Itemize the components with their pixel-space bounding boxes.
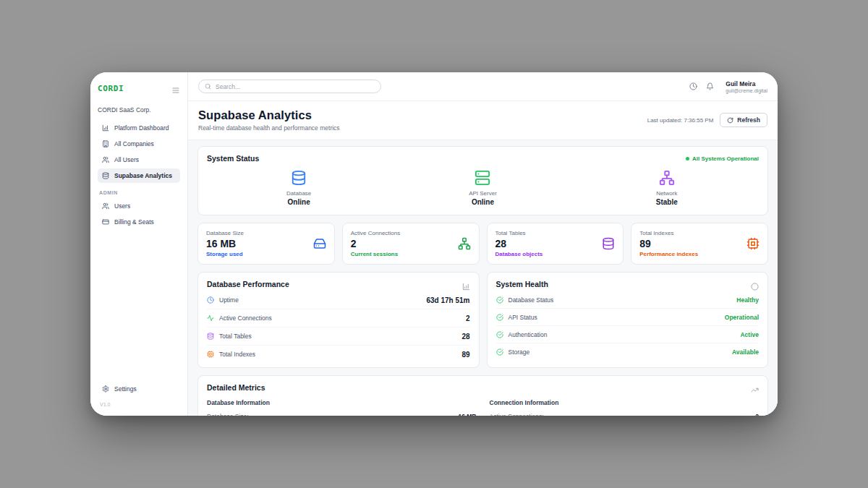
sidebar-nav: Platform Dashboard All Companies All Use… [98, 121, 180, 231]
performance-row-total-indexes: Total Indexes 89 [207, 346, 470, 363]
status-item-api-server: API Server Online [391, 170, 574, 206]
sidebar-item-platform-dashboard[interactable]: Platform Dashboard [98, 121, 180, 135]
metric-value: 28 [495, 238, 543, 249]
metric-label: Total Indexes [639, 230, 698, 236]
user-name: Guil Meira [726, 80, 767, 87]
credit-card-icon [102, 218, 109, 226]
clock-icon[interactable] [689, 82, 697, 90]
status-item-label: Database [286, 190, 311, 197]
last-updated: Last updated: 7:36:55 PM [647, 117, 714, 124]
metric-label: Total Tables [495, 230, 543, 236]
metric-card-total-tables: Total Tables 28 Database objects [487, 223, 624, 265]
page-subtitle: Real-time database health and performanc… [198, 124, 340, 132]
main-area: Guil Meira guil@creme.digital Supabase A… [188, 72, 778, 416]
row-value: Active [740, 331, 759, 338]
database-icon [602, 237, 615, 250]
row-label: Database Size: [207, 413, 249, 416]
metric-sublabel: Performance indexes [639, 251, 698, 257]
metric-sublabel: Database objects [495, 251, 543, 257]
refresh-button[interactable]: Refresh [720, 113, 767, 127]
bell-icon[interactable] [706, 82, 714, 90]
row-value: 16 MB [458, 413, 476, 416]
check-circle-icon [496, 314, 503, 321]
database-information-column: Database Information Database Size: 16 M… [207, 399, 477, 416]
card-title: Database Performance [207, 280, 289, 288]
status-item-value: Online [472, 198, 494, 206]
refresh-icon [727, 117, 733, 124]
menu-icon[interactable] [171, 85, 180, 93]
performance-row-uptime: Uptime 63d 17h 51m [207, 291, 470, 309]
check-circle-icon [496, 296, 503, 304]
row-value: 28 [461, 333, 469, 341]
check-circle-icon [496, 331, 503, 338]
search-box[interactable] [198, 80, 381, 93]
org-name: CORDI SaaS Corp. [98, 106, 180, 114]
sidebar-item-all-users[interactable]: All Users [98, 153, 180, 167]
gear-icon [102, 385, 109, 393]
sidebar-section-admin: ADMIN [99, 190, 180, 195]
server-icon [475, 170, 490, 186]
users-icon [102, 156, 109, 163]
topbar: Guil Meira guil@creme.digital [188, 72, 778, 101]
page-title: Supabase Analytics [198, 108, 340, 122]
sidebar-item-users[interactable]: Users [98, 199, 180, 213]
circle-icon [751, 281, 759, 288]
row-value: 63d 17h 51m [426, 296, 469, 304]
sidebar-item-label: Billing & Seats [114, 218, 154, 226]
brand-logo: CORDI [98, 84, 124, 93]
status-item-value: Stable [656, 198, 678, 206]
sidebar-item-label: All Companies [114, 140, 154, 147]
card-title: System Health [496, 280, 548, 288]
sidebar-item-label: Users [114, 202, 130, 210]
row-label: Authentication [509, 331, 548, 338]
status-item-network: Network Stable [575, 170, 759, 206]
row-value: 2 [466, 314, 470, 322]
sidebar-item-billing-seats[interactable]: Billing & Seats [98, 215, 180, 229]
performance-row-total-tables: Total Tables 28 [207, 328, 470, 346]
status-badge: All Systems Operational [686, 155, 759, 162]
status-item-label: Network [656, 190, 677, 197]
detailed-metrics-card: Detailed Metrics Database Information Da… [197, 375, 768, 416]
card-title: Detailed Metrics [207, 383, 265, 392]
sidebar-item-supabase-analytics[interactable]: Supabase Analytics [98, 168, 180, 183]
app-version: V1.0 [100, 402, 180, 407]
column-title: Database Information [207, 399, 477, 406]
status-dot-icon [686, 157, 689, 160]
system-status-card: System Status All Systems Operational Da… [197, 146, 768, 215]
trending-up-icon [751, 384, 759, 392]
network-icon [659, 170, 675, 186]
bar-chart-icon [462, 281, 470, 288]
check-circle-icon [496, 348, 503, 356]
metric-card-total-indexes: Total Indexes 89 Performance indexes [631, 223, 768, 265]
row-label: Database Status [509, 296, 554, 304]
cpu-icon [207, 351, 214, 358]
status-item-value: Online [288, 198, 310, 206]
hard-drive-icon [313, 237, 326, 250]
search-icon [205, 83, 211, 90]
user-menu[interactable]: Guil Meira guil@creme.digital [726, 80, 767, 93]
search-input[interactable] [216, 83, 375, 90]
metric-card-active-connections: Active Connections 2 Current sessions [342, 223, 480, 265]
building-icon [102, 140, 109, 147]
status-item-label: API Server [469, 190, 497, 197]
connection-information-column: Connection Information Active Connection… [490, 399, 760, 416]
clock-icon [207, 296, 214, 304]
metric-value: 89 [639, 238, 698, 249]
database-icon [291, 170, 307, 186]
metric-card-database-size: Database Size 16 MB Storage used [197, 223, 335, 265]
metric-value: 16 MB [206, 238, 244, 249]
sidebar-item-label: Settings [114, 385, 137, 393]
sidebar-item-all-companies[interactable]: All Companies [98, 137, 180, 151]
row-label: Storage [509, 348, 530, 356]
health-row-api-status: API Status Operational [496, 309, 760, 326]
health-row-database-status: Database Status Healthy [496, 291, 760, 309]
card-title: System Status [207, 154, 259, 163]
content: System Status All Systems Operational Da… [188, 140, 778, 416]
detail-row: Database Size: 16 MB [207, 413, 477, 416]
database-icon [207, 333, 214, 340]
row-label: API Status [509, 314, 537, 321]
row-label: Active Connections [219, 314, 272, 322]
sidebar-item-label: Platform Dashboard [114, 124, 169, 132]
sidebar-item-settings[interactable]: Settings [98, 382, 180, 396]
sidebar-item-label: All Users [114, 156, 139, 163]
